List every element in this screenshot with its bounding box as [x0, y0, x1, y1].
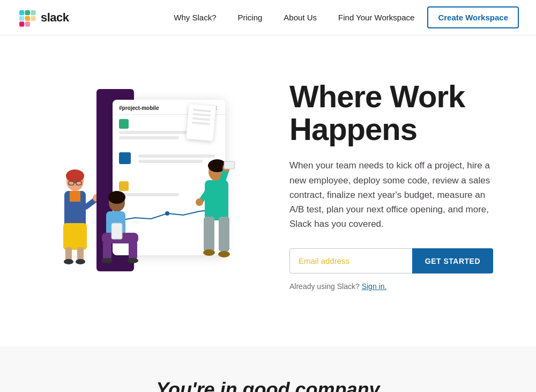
svg-rect-2: [25, 10, 30, 15]
svg-point-38: [218, 251, 230, 257]
svg-rect-4: [19, 21, 24, 26]
illus-green-block: [119, 119, 129, 129]
main-nav: Why Slack? Pricing About Us Find Your Wo…: [165, 6, 519, 28]
illus-panel-channel: #project-mobile: [119, 105, 159, 111]
svg-rect-36: [219, 217, 229, 252]
slack-logo-icon: [17, 8, 36, 27]
svg-point-8: [165, 211, 169, 216]
svg-rect-15: [70, 191, 80, 202]
illus-floating-note: [186, 104, 215, 141]
svg-point-29: [102, 258, 113, 263]
logo[interactable]: slack: [17, 8, 69, 27]
hero-title: Where Work Happens: [289, 80, 493, 146]
illus-yellow-block: [119, 181, 129, 191]
sign-in-link[interactable]: Sign in.: [362, 282, 387, 291]
nav-find-workspace[interactable]: Find Your Workspace: [330, 9, 423, 26]
svg-rect-35: [204, 217, 214, 252]
svg-point-10: [66, 169, 84, 182]
hero-illustration: #project-mobile @ ☆ ⋮: [43, 73, 257, 298]
already-using-text: Already using Slack? Sign in.: [289, 282, 493, 291]
svg-rect-41: [224, 161, 235, 169]
person-1-figure: [54, 169, 96, 266]
nav-pricing[interactable]: Pricing: [229, 9, 271, 26]
good-company-section: You're in good company: [0, 346, 536, 392]
illus-text-line-2: [119, 136, 179, 139]
logo-wordmark: slack: [41, 11, 69, 25]
illus-blue-block: [119, 152, 131, 164]
nav-about-us[interactable]: About Us: [275, 9, 325, 26]
nav-why-slack[interactable]: Why Slack?: [165, 9, 225, 26]
svg-rect-3: [31, 10, 35, 15]
svg-point-20: [76, 259, 85, 264]
svg-point-37: [203, 249, 215, 256]
email-form: GET STARTED: [289, 248, 493, 273]
person-3-figure: [193, 159, 241, 266]
svg-rect-5: [25, 21, 30, 26]
svg-rect-17: [65, 247, 72, 261]
svg-rect-31: [111, 223, 122, 239]
svg-rect-27: [103, 241, 111, 260]
svg-rect-28: [129, 241, 137, 260]
svg-point-43: [196, 198, 203, 206]
svg-rect-7: [31, 16, 35, 20]
hero-content: Where Work Happens When your team needs …: [289, 80, 493, 291]
illus-text-line-3: [138, 154, 215, 158]
header: slack Why Slack? Pricing About Us Find Y…: [0, 0, 536, 35]
svg-rect-1: [19, 16, 24, 20]
svg-rect-0: [19, 10, 24, 15]
person-2-figure: [96, 191, 145, 266]
svg-rect-16: [63, 223, 87, 250]
get-started-button[interactable]: GET STARTED: [412, 248, 493, 273]
hero-description: When your team needs to kick off a proje…: [289, 158, 493, 231]
hero-section: #project-mobile @ ☆ ⋮: [0, 35, 536, 346]
svg-rect-6: [25, 16, 30, 20]
create-workspace-button[interactable]: Create Workspace: [427, 6, 519, 28]
svg-rect-18: [77, 247, 84, 261]
good-company-title: You're in good company: [43, 379, 493, 392]
svg-point-24: [108, 191, 125, 204]
svg-point-30: [128, 258, 138, 263]
svg-rect-34: [205, 180, 228, 220]
svg-point-19: [64, 259, 73, 264]
email-input[interactable]: [289, 248, 412, 273]
